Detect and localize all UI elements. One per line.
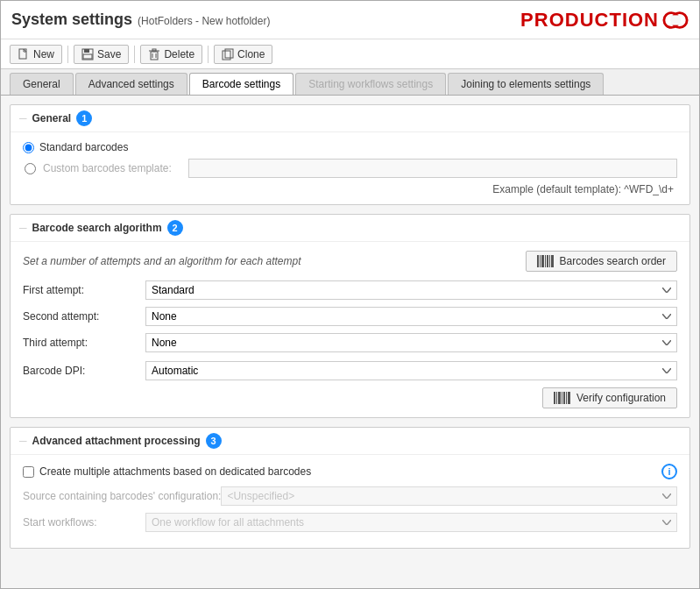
svg-rect-27: [556, 392, 557, 404]
new-label: New: [33, 48, 54, 60]
algorithm-section-header: ─ Barcode search algorithm 2: [11, 215, 689, 242]
main-window: System settings (HotFolders - New hotfol…: [0, 0, 700, 589]
example-row: Example (default template): ^WFD_\d+: [23, 183, 677, 195]
create-attachments-label[interactable]: Create multiple attachments based on ded…: [39, 465, 311, 478]
advanced-badge: 3: [206, 433, 222, 449]
custom-barcode-label[interactable]: Custom barcodes template:: [43, 162, 174, 174]
barcodes-search-order-button[interactable]: Barcodes search order: [526, 251, 677, 272]
svg-rect-12: [151, 52, 158, 60]
delete-button[interactable]: Delete: [140, 45, 202, 64]
verify-barcode-icon: [554, 392, 571, 404]
logo-text: PRODUCTION: [520, 9, 659, 32]
svg-rect-32: [568, 392, 570, 404]
svg-rect-10: [84, 49, 89, 53]
example-value: ^WFD_\d+: [624, 183, 674, 195]
verify-row: Verify configuration: [23, 387, 677, 408]
source-label: Source containing barcodes' configuratio…: [23, 490, 221, 502]
general-section-title: General: [32, 112, 72, 124]
source-row: Source containing barcodes' configuratio…: [23, 486, 677, 506]
delete-label: Delete: [164, 48, 194, 60]
second-attempt-select[interactable]: Standard None Enhanced: [145, 307, 677, 326]
algorithm-badge: 2: [167, 220, 183, 236]
general-section: ─ General 1 Standard barcodes Custom bar…: [10, 104, 690, 205]
svg-rect-31: [566, 392, 567, 404]
start-workflows-row: Start workflows: One workflow for all at…: [23, 513, 677, 532]
custom-barcode-radio[interactable]: [25, 163, 36, 174]
logo: PRODUCTION: [520, 9, 689, 32]
save-button[interactable]: Save: [74, 45, 129, 64]
new-icon: [18, 48, 30, 60]
create-attachments-checkbox[interactable]: [23, 466, 34, 478]
info-icon[interactable]: i: [661, 464, 677, 479]
barcodes-search-order-label: Barcodes search order: [560, 255, 666, 267]
first-attempt-select[interactable]: Standard None Enhanced: [145, 280, 677, 300]
create-attachments-row: Create multiple attachments based on ded…: [23, 464, 677, 479]
advanced-section-content: Create multiple attachments based on ded…: [11, 455, 689, 548]
toolbar-separator-2: [134, 46, 135, 63]
tab-advanced-settings[interactable]: Advanced settings: [75, 73, 187, 95]
advanced-section-title: Advanced attachment processing: [32, 435, 201, 447]
svg-rect-21: [541, 255, 544, 267]
third-attempt-label: Third attempt:: [23, 337, 145, 349]
custom-template-input[interactable]: [188, 159, 677, 178]
svg-rect-28: [558, 392, 561, 404]
advanced-attachment-section: ─ Advanced attachment processing 3 Creat…: [10, 427, 690, 549]
standard-barcode-row: Standard barcodes: [23, 141, 677, 153]
standard-barcode-label[interactable]: Standard barcodes: [39, 141, 128, 153]
svg-rect-23: [547, 255, 548, 267]
clone-icon: [222, 48, 234, 60]
window-subtitle: (HotFolders - New hotfolder): [138, 15, 270, 27]
algorithm-header-row: Set a number of attempts and an algorith…: [23, 251, 677, 272]
svg-rect-26: [554, 392, 555, 404]
save-icon: [81, 48, 94, 60]
general-section-content: Standard barcodes Custom barcodes templa…: [11, 132, 689, 204]
source-select: <Unspecified>: [221, 486, 677, 506]
tab-starting-workflows: Starting workflows settings: [295, 73, 446, 95]
svg-rect-22: [545, 255, 546, 267]
algorithm-section-title: Barcode search algorithm: [32, 222, 162, 234]
dpi-select[interactable]: Automatic 72 96 150 300 600: [145, 361, 677, 380]
svg-rect-25: [551, 255, 554, 267]
algorithm-section-content: Set a number of attempts and an algorith…: [11, 242, 689, 417]
algorithm-description: Set a number of attempts and an algorith…: [23, 255, 301, 267]
verify-configuration-button[interactable]: Verify configuration: [542, 387, 677, 408]
tab-general[interactable]: General: [10, 73, 74, 95]
first-attempt-row: First attempt: Standard None Enhanced: [23, 280, 677, 300]
svg-rect-24: [549, 255, 550, 267]
verify-btn-label: Verify configuration: [576, 392, 666, 404]
window-title: System settings: [11, 11, 132, 29]
third-attempt-select[interactable]: Standard None Enhanced: [145, 333, 677, 352]
start-workflows-select: One workflow for all attachments: [145, 513, 677, 532]
second-attempt-label: Second attempt:: [23, 310, 145, 323]
tab-barcode-settings[interactable]: Barcode settings: [189, 73, 293, 95]
content-area: ─ General 1 Standard barcodes Custom bar…: [1, 96, 699, 588]
tabs-bar: General Advanced settings Barcode settin…: [1, 69, 699, 96]
advanced-section-header: ─ Advanced attachment processing 3: [11, 428, 689, 455]
title-bar: System settings (HotFolders - New hotfol…: [1, 1, 699, 39]
dpi-row: Barcode DPI: Automatic 72 96 150 300 600: [23, 361, 677, 380]
custom-template-row: Custom barcodes template:: [23, 159, 677, 178]
barcode-icon: [537, 255, 555, 267]
tab-joining-elements[interactable]: Joining to elements settings: [448, 73, 604, 95]
algorithm-section: ─ Barcode search algorithm 2 Set a numbe…: [10, 214, 690, 418]
svg-rect-30: [563, 392, 565, 404]
general-section-header: ─ General 1: [11, 105, 689, 132]
toolbar-separator-1: [67, 46, 68, 63]
toolbar: New Save Delete: [1, 39, 699, 69]
svg-rect-2: [670, 16, 680, 24]
new-button[interactable]: New: [10, 45, 62, 64]
toolbar-separator-3: [208, 46, 209, 63]
svg-rect-20: [540, 255, 541, 267]
svg-rect-11: [83, 54, 92, 59]
first-attempt-label: First attempt:: [23, 284, 145, 296]
start-workflows-label: Start workflows:: [23, 516, 145, 529]
logo-icon: [662, 11, 689, 30]
standard-barcode-radio[interactable]: [23, 142, 34, 153]
dpi-label: Barcode DPI:: [23, 365, 145, 377]
second-attempt-row: Second attempt: Standard None Enhanced: [23, 307, 677, 326]
example-label: Example (default template):: [492, 183, 621, 195]
delete-icon: [148, 48, 160, 60]
clone-button[interactable]: Clone: [214, 45, 272, 64]
third-attempt-row: Third attempt: Standard None Enhanced: [23, 333, 677, 352]
svg-rect-14: [152, 49, 156, 51]
